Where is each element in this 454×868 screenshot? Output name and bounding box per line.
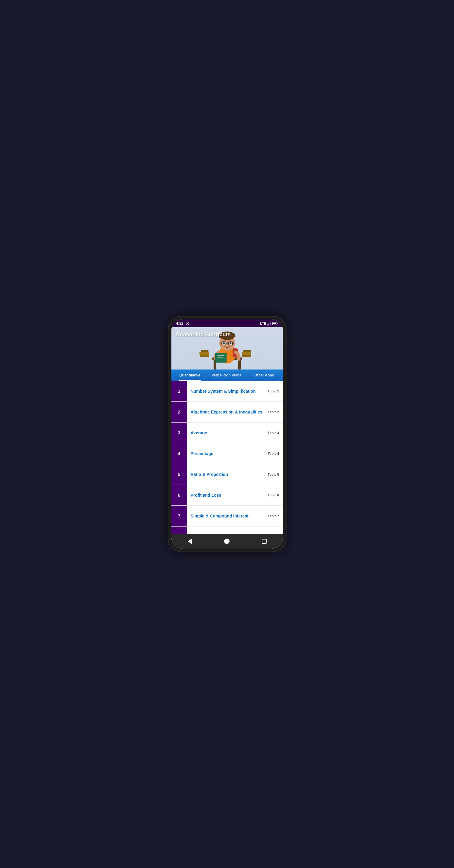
tab-verbal-non-verbal[interactable]: Verbal-Non Verbal (208, 370, 246, 381)
svg-rect-14 (238, 360, 241, 370)
lte-label: LTE (260, 321, 266, 325)
topic-row[interactable]: 5 Ratio & Proportion Topic 5 (171, 464, 283, 485)
svg-rect-10 (241, 352, 251, 355)
topic-badge-7: Topic 7 (266, 514, 283, 518)
topic-content-8: Time & Work (187, 530, 266, 534)
topic-row[interactable]: 4 Percentage Topic 4 (171, 443, 283, 464)
topic-number-7: 7 (171, 506, 187, 526)
topic-name-1: Number System & Simplification (191, 389, 263, 394)
topic-content-4: Percentage (187, 447, 266, 460)
status-left: 4:22 (176, 321, 190, 326)
topic-content-5: Ratio & Proportion (187, 468, 266, 481)
phone-screen: 4:22 LTE (171, 319, 283, 549)
topic-badge-4: Topic 4 (266, 452, 283, 456)
topic-list: 1 Number System & Simplification Topic 1… (171, 381, 283, 534)
time-display: 4:22 (176, 321, 184, 326)
svg-point-25 (223, 342, 225, 344)
back-icon (188, 538, 192, 544)
svg-rect-4 (270, 322, 270, 326)
topic-name-5: Ratio & Proportion (191, 472, 263, 477)
phone-frame: 4:22 LTE (168, 316, 286, 552)
signal-icon (267, 321, 271, 326)
topic-content-3: Average (187, 427, 266, 439)
topic-content-2: Algebraic Expression & Inequalities (187, 406, 266, 418)
topic-number-1: 1 (171, 381, 187, 401)
topic-badge-1: Topic 1 (266, 390, 283, 393)
topic-name-4: Percentage (191, 451, 263, 456)
topic-name-7: Simple & Compound Interest (191, 513, 263, 519)
status-right: LTE (260, 321, 278, 326)
nav-bar (171, 534, 283, 549)
svg-rect-6 (200, 354, 209, 357)
svg-point-1 (187, 323, 188, 324)
topic-row[interactable]: 3 Average Topic 3 (171, 423, 283, 443)
topic-row[interactable]: 1 Number System & Simplification Topic 1 (171, 381, 283, 402)
topic-number-2: 2 (171, 402, 187, 422)
tab-quantitative[interactable]: Quantitative (171, 370, 208, 381)
notification-icon (185, 321, 190, 326)
svg-rect-3 (268, 323, 269, 326)
svg-rect-8 (201, 350, 208, 352)
topic-content-7: Simple & Compound Interest (187, 510, 266, 522)
topic-number-6: 6 (171, 485, 187, 505)
topic-row[interactable]: 2 Algebraic Expression & Inequalities To… (171, 402, 283, 423)
tab-bar: Quantitative Verbal-Non Verbal Other App… (171, 370, 283, 381)
home-button[interactable] (220, 537, 233, 546)
topic-name-2: Algebraic Expression & Inequalities (191, 409, 263, 415)
topic-content-6: Profit and Loss (187, 489, 266, 501)
app-title: Reasoning Shortcuts (176, 332, 231, 338)
recents-icon (262, 539, 267, 544)
svg-rect-7 (199, 352, 209, 355)
svg-point-26 (230, 342, 231, 344)
svg-rect-30 (218, 357, 223, 358)
topic-number-3: 3 (171, 423, 187, 443)
header-banner: Reasoning Shortcuts ⋮ (171, 327, 283, 370)
svg-rect-17 (233, 348, 234, 351)
svg-rect-5 (270, 321, 271, 326)
topic-badge-2: Topic 2 (266, 410, 283, 414)
topic-row[interactable]: 6 Profit and Loss Topic 6 (171, 485, 283, 506)
svg-rect-29 (218, 355, 224, 356)
topic-badge-3: Topic 3 (266, 431, 283, 435)
menu-button[interactable]: ⋮ (272, 332, 278, 339)
topic-name-6: Profit and Loss (191, 493, 263, 498)
recents-button[interactable] (258, 537, 271, 546)
topic-badge-5: Topic 5 (266, 472, 283, 476)
topic-name-3: Average (191, 430, 263, 435)
home-icon (224, 538, 230, 544)
svg-rect-2 (267, 324, 268, 326)
back-button[interactable] (183, 537, 196, 546)
topic-badge-6: Topic 6 (266, 493, 283, 497)
topic-row[interactable]: 8 Time & Work Topic 8 (171, 527, 283, 534)
status-bar: 4:22 LTE (171, 319, 283, 327)
topic-number-4: 4 (171, 443, 187, 464)
svg-rect-11 (243, 350, 251, 352)
topic-content-1: Number System & Simplification (187, 385, 266, 398)
battery-icon (272, 322, 278, 325)
tab-other-apps[interactable]: Other Apps (246, 370, 283, 381)
topic-number-5: 5 (171, 464, 187, 485)
svg-rect-9 (242, 354, 251, 357)
topic-number-8: 8 (171, 527, 187, 534)
topic-row[interactable]: 7 Simple & Compound Interest Topic 7 (171, 506, 283, 527)
